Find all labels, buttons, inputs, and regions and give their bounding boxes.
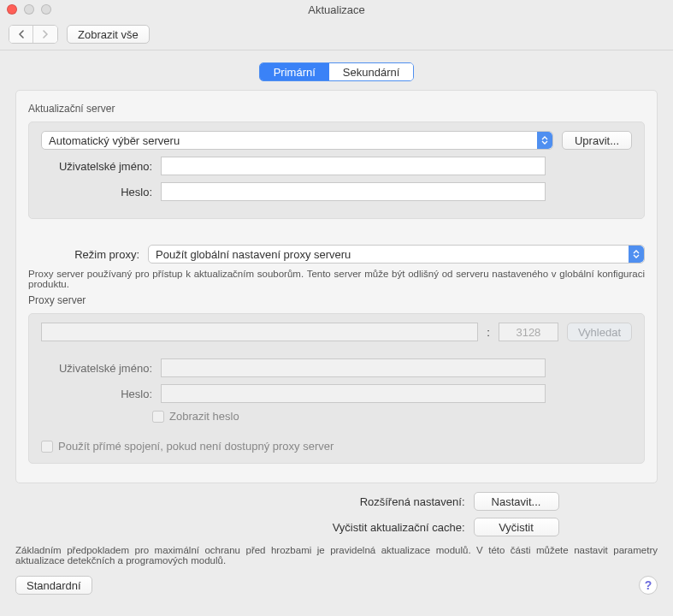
titlebar: Aktualizace	[0, 0, 673, 19]
update-user-input[interactable]	[161, 157, 546, 175]
select-caret-icon	[537, 132, 552, 149]
direct-connection-checkbox: Použít přímé spojení, pokud není dostupn…	[41, 440, 632, 453]
proxy-server-section-label: Proxy server	[28, 294, 645, 306]
tab-secondary[interactable]: Sekundární	[329, 63, 414, 80]
proxy-user-label: Uživatelské jméno:	[41, 362, 152, 375]
update-user-row: Uživatelské jméno:	[41, 157, 632, 175]
show-password-checkbox: Zobrazit heslo	[41, 410, 632, 423]
proxy-pass-label: Heslo:	[41, 388, 152, 400]
proxy-host-row: : Vyhledat	[41, 323, 632, 341]
show-password-label: Zobrazit heslo	[169, 410, 239, 423]
tab-segment: Primární Sekundární	[259, 62, 415, 81]
footer-bar: Standardní ?	[15, 576, 658, 595]
toolbar: Zobrazit vše	[0, 19, 673, 50]
help-icon: ?	[645, 578, 652, 592]
chevron-left-icon	[18, 30, 25, 38]
edit-server-button[interactable]: Upravit...	[562, 131, 632, 150]
proxy-mode-select[interactable]: Použít globální nastavení proxy serveru	[148, 245, 645, 264]
content-area: Primární Sekundární Aktualizační server …	[0, 50, 673, 603]
show-password-input	[152, 411, 164, 423]
direct-connection-label: Použít přímé spojení, pokud není dostupn…	[58, 440, 334, 453]
select-caret-icon	[629, 246, 644, 263]
proxy-user-row: Uživatelské jméno:	[41, 358, 632, 377]
tab-primary[interactable]: Primární	[260, 63, 329, 80]
proxy-mode-note: Proxy server používaný pro přístup k akt…	[28, 269, 645, 289]
help-button[interactable]: ?	[639, 576, 658, 595]
footer-note: Základním předpokladem pro maximální och…	[15, 545, 658, 566]
proxy-user-input	[161, 358, 546, 377]
main-panel: Aktualizační server Automatický výběr se…	[15, 90, 658, 483]
proxy-pass-row: Heslo:	[41, 384, 632, 403]
server-row: Automatický výběr serveru Upravit...	[41, 131, 632, 150]
proxy-mode-value: Použít globální nastavení proxy serveru	[156, 248, 351, 261]
show-all-button[interactable]: Zobrazit vše	[67, 25, 150, 44]
clear-cache-button[interactable]: Vyčistit	[474, 518, 559, 536]
proxy-mode-label: Režim proxy:	[28, 248, 139, 261]
default-button[interactable]: Standardní	[15, 576, 92, 595]
update-pass-row: Heslo:	[41, 182, 632, 201]
server-select-value: Automatický výběr serveru	[49, 134, 180, 147]
update-user-label: Uživatelské jméno:	[41, 160, 152, 173]
tabs: Primární Sekundární	[15, 62, 658, 81]
update-server-section-label: Aktualizační server	[28, 103, 645, 115]
proxy-port-input	[499, 323, 558, 341]
direct-connection-input	[41, 441, 53, 453]
nav-segment	[9, 25, 58, 44]
server-select[interactable]: Automatický výběr serveru	[41, 131, 553, 150]
proxy-find-button: Vyhledat	[567, 323, 632, 341]
window-title: Aktualizace	[0, 3, 673, 16]
update-pass-input[interactable]	[161, 182, 546, 201]
proxy-pass-input	[161, 384, 546, 403]
chevron-right-icon	[42, 30, 49, 38]
proxy-server-box: : Vyhledat Uživatelské jméno: Heslo: Zob…	[28, 313, 645, 464]
proxy-mode-row: Režim proxy: Použít globální nastavení p…	[28, 245, 645, 264]
advanced-grid: Rozšířená nastavení: Nastavit... Vyčisti…	[115, 492, 559, 536]
proxy-host-input	[41, 323, 478, 341]
update-server-box: Automatický výběr serveru Upravit... Uži…	[28, 121, 645, 219]
back-button[interactable]	[9, 26, 33, 43]
forward-button[interactable]	[33, 26, 57, 43]
clear-cache-label: Vyčistit aktualizační cache:	[115, 521, 465, 534]
proxy-port-separator: :	[487, 326, 490, 339]
advanced-settings-label: Rozšířená nastavení:	[115, 495, 465, 508]
update-pass-label: Heslo:	[41, 186, 152, 198]
advanced-settings-button[interactable]: Nastavit...	[474, 492, 559, 511]
